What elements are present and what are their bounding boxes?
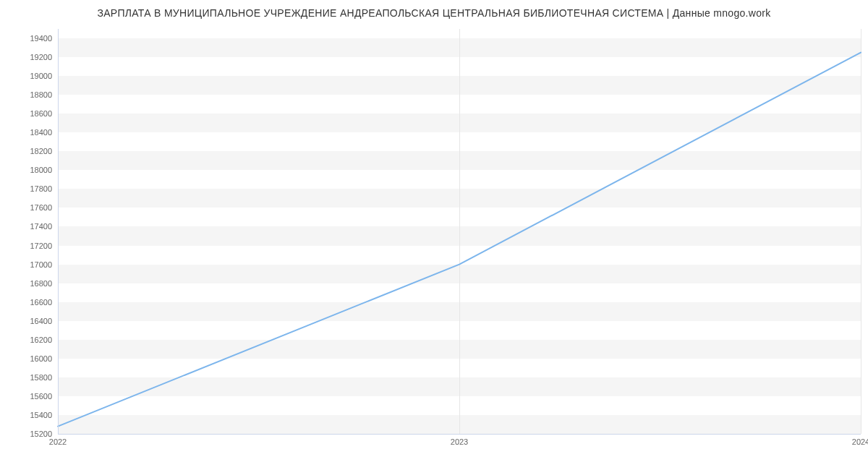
- y-tick-label: 17000: [1, 260, 52, 269]
- chart-title: ЗАРПЛАТА В МУНИЦИПАЛЬНОЕ УЧРЕЖДЕНИЕ АНДР…: [0, 7, 868, 19]
- y-tick-label: 18400: [1, 128, 52, 137]
- y-tick-label: 18000: [1, 166, 52, 174]
- plot-area: [58, 29, 861, 434]
- y-tick-label: 19400: [1, 34, 52, 43]
- series-line: [58, 53, 861, 427]
- y-tick-label: 16800: [1, 279, 52, 288]
- y-tick-label: 18800: [1, 90, 52, 99]
- x-axis-line: [58, 434, 861, 435]
- y-tick-label: 17600: [1, 203, 52, 212]
- y-tick-label: 19000: [1, 72, 52, 80]
- chart-container: ЗАРПЛАТА В МУНИЦИПАЛЬНОЕ УЧРЕЖДЕНИЕ АНДР…: [0, 0, 868, 470]
- y-tick-label: 15800: [1, 373, 52, 382]
- x-tick-label: 2022: [49, 437, 67, 446]
- y-tick-label: 17400: [1, 222, 52, 231]
- y-tick-label: 15600: [1, 392, 52, 401]
- line-layer: [58, 29, 861, 434]
- x-tick-label: 2024: [852, 437, 868, 446]
- y-tick-label: 16200: [1, 336, 52, 344]
- y-axis-line: [58, 29, 59, 434]
- y-tick-label: 17800: [1, 184, 52, 193]
- y-tick-label: 16600: [1, 298, 52, 307]
- y-tick-label: 18600: [1, 109, 52, 118]
- y-tick-label: 16400: [1, 317, 52, 325]
- grid-line-v: [861, 29, 861, 434]
- x-tick-label: 2023: [451, 437, 468, 446]
- y-tick-label: 15200: [1, 430, 52, 438]
- y-tick-label: 15400: [1, 411, 52, 419]
- y-tick-label: 18200: [1, 147, 52, 155]
- y-tick-label: 19200: [1, 53, 52, 61]
- y-tick-label: 17200: [1, 242, 52, 250]
- y-tick-label: 16000: [1, 354, 52, 363]
